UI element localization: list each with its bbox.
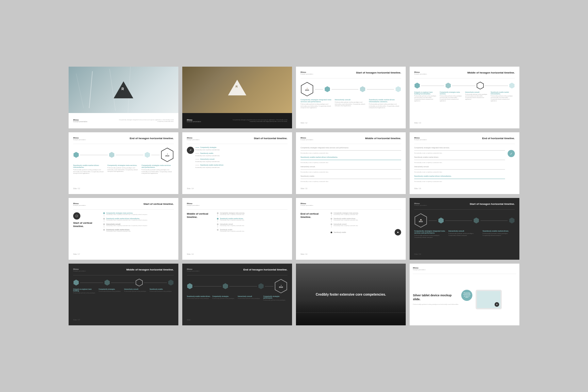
vtitle-11: End of vertical timeline. <box>301 212 329 219</box>
slide-5: Rhino Example presentation End of hexago… <box>69 132 178 194</box>
slide-14-header: Rhino Example presentation End of hexago… <box>187 268 287 272</box>
triangle-logo <box>114 81 133 98</box>
svg-marker-10 <box>145 152 150 158</box>
svg-marker-14 <box>474 218 479 223</box>
slide-7-header: Rhino Example presentation Middle of hor… <box>301 137 401 140</box>
cols-4-slide14: Seamlessly enable market-driven. Profess… <box>187 296 287 301</box>
slide-12: Rhino Example presentation Start of hexa… <box>410 198 519 260</box>
slide-3: Rhino Example presentation Start of hexa… <box>296 67 406 128</box>
slide-15: Credibly foster extensive core competenc… <box>296 264 406 325</box>
subtitle-1: Example presentation <box>73 121 88 122</box>
slide-1-bottom: Rhino Example presentation Competently s… <box>69 113 178 128</box>
slide-8-header: Rhino Example presentation End of horizo… <box>414 137 515 140</box>
slide-11-header: Rhino Example presentation <box>301 203 401 206</box>
year-hex-14: ✦ 2016 <box>274 279 287 294</box>
badge-circle: Proactively communicate go-forward slide… <box>461 290 472 301</box>
slide-11: Rhino Example presentation End of vertic… <box>296 198 406 260</box>
slide-4: Rhino Example presentation Middle of hex… <box>410 67 519 128</box>
col4-2: Interactively consult Professionally syn… <box>465 91 489 102</box>
svg-marker-9 <box>109 152 114 158</box>
vtitle-10: Middle of vertical timeline. <box>187 212 215 219</box>
svg-marker-5 <box>446 83 451 89</box>
col12-1: Interactively consult Professionally syn… <box>449 230 481 238</box>
slide-13: Rhino Example presentation Middle of hex… <box>69 264 178 325</box>
slide-8: Rhino Example presentation End of horizo… <box>410 132 519 194</box>
slide-11-footer: Slide / 14 <box>301 253 401 255</box>
circle-end-11: ● <box>395 229 401 236</box>
svg-marker-1 <box>325 86 330 92</box>
col12-2: Seamlessly enable market-driven. Profess… <box>482 230 515 238</box>
slide-12-footer: Slide / 40 <box>414 253 515 255</box>
subtitle-2: Example presentation <box>187 121 201 122</box>
svg-marker-3 <box>396 86 401 92</box>
slide-5-footer: Slide / 12 <box>73 188 174 189</box>
svg-marker-16 <box>74 280 79 286</box>
title-4: Middle of hexagon horizontal timeline. <box>467 71 515 74</box>
vtitle-9: Start of vertical timeline. <box>73 221 101 228</box>
cloud-title: Credibly foster extensive core competenc… <box>312 289 389 300</box>
tablet-title: Silver tablet device mockup slide. <box>413 294 459 301</box>
slide-4-header: Rhino Example presentation Middle of hex… <box>414 71 515 75</box>
slide-3-header: Rhino Example presentation Start of hexa… <box>301 71 401 75</box>
slide-16: Rhino Example presentation Silver tablet… <box>410 264 519 325</box>
col13-1: Competently strategize. Professionally s… <box>99 288 123 294</box>
circle-icon-6: ↗ <box>187 147 194 154</box>
slide-3-footer: Slide / 12 <box>301 122 401 124</box>
slide-10: Rhino Example presentation Middle of ver… <box>182 198 292 260</box>
slide-6: Rhino Example presentation Start of hori… <box>182 132 292 194</box>
tablet-device: R <box>476 290 502 309</box>
bottom-text-1: Competently strategize integrated meta-s… <box>113 119 174 122</box>
col4-3: Seamlessly enable market infomediaries. … <box>491 91 515 102</box>
cols-3-slide5: Seamlessly enable market-driven infomedi… <box>73 164 174 174</box>
subtitle-3: Example presentation <box>301 73 313 75</box>
slide-12-header: Rhino Example presentation Start of hexa… <box>414 203 515 206</box>
col-2: Seamlessly enable market-driven infomedi… <box>369 99 401 109</box>
triangle-logo-outline <box>228 80 246 95</box>
title-3: Start of hexagon horizontal timeline. <box>356 71 401 74</box>
slide-7: Rhino Example presentation Middle of hor… <box>296 132 406 194</box>
col13-0: Uniquely re-engineer team building. Prof… <box>73 288 97 294</box>
slide-2: Rhino Example presentation Competently s… <box>182 67 292 128</box>
col5-1: Competently strategize meta-services. Pr… <box>107 164 140 174</box>
year-hex-3: 📋 2015 <box>301 82 314 97</box>
year-hex-5: ✦ 2018 <box>161 147 174 162</box>
col5-2: Competently strategize meta-services and… <box>141 164 174 174</box>
col14-3: Competently strategize performance. Prof… <box>263 296 287 301</box>
slide-9-header: Rhino Example presentation Start of vert… <box>73 203 174 206</box>
check-icon-8: ✓ <box>508 150 515 157</box>
slide-10-footer: Slide / 14 <box>187 253 287 255</box>
slide-5-header: Rhino Example presentation End of hexago… <box>73 137 174 140</box>
slide-grid: Rhino Example presentation Competently s… <box>69 67 519 325</box>
svg-marker-4 <box>415 83 420 89</box>
svg-marker-17 <box>105 280 110 286</box>
year-text-3: 📋 2015 <box>305 88 309 91</box>
slide-13-footer: Slide / 37 <box>73 319 174 321</box>
slide-9: Rhino Example presentation Start of vert… <box>69 198 178 260</box>
col14-2: Interactively consult Professionally syn… <box>238 296 262 301</box>
slide-13-header: Rhino Example presentation Middle of hex… <box>73 268 174 272</box>
col-0: Competently strategize integrated meta-s… <box>301 99 333 109</box>
col14-0: Seamlessly enable market-driven. Profess… <box>187 296 211 301</box>
svg-marker-20 <box>187 283 192 289</box>
slide-9-footer: Slide / 17 <box>73 253 174 255</box>
slide-1: Rhino Example presentation Competently s… <box>69 67 178 128</box>
cols-3: Competently strategize integrated meta-s… <box>301 99 401 109</box>
slide-7-footer: Slide / 15 <box>301 188 401 189</box>
col5-0: Seamlessly enable market-driven infomedi… <box>73 164 106 174</box>
svg-marker-18 <box>136 279 142 286</box>
svg-marker-7 <box>509 83 514 89</box>
cols-3-slide12: Competently strategize integrated meta-s… <box>414 230 515 238</box>
cols-4-slide4: Uniquely re-engineer team building funct… <box>414 91 515 102</box>
svg-marker-8 <box>74 152 79 158</box>
col-1: Interactively consult Professionally syn… <box>335 99 367 109</box>
col4-1: Competently strategize meta-services. Pr… <box>440 91 464 102</box>
subtitle-4: Example presentation <box>414 73 427 75</box>
slide-4-footer: Slide / 13 <box>414 122 515 124</box>
col13-3: Seamlessly enable. Professionally syndic… <box>150 288 174 294</box>
svg-marker-2 <box>360 86 365 92</box>
slide-16-header: Rhino Example presentation <box>413 267 516 270</box>
svg-marker-22 <box>258 283 264 289</box>
col13-2: Interactively consult Professionally syn… <box>124 288 148 294</box>
slide-1-bg <box>69 67 178 113</box>
slide-6-footer: Slide / 14 <box>187 188 287 189</box>
